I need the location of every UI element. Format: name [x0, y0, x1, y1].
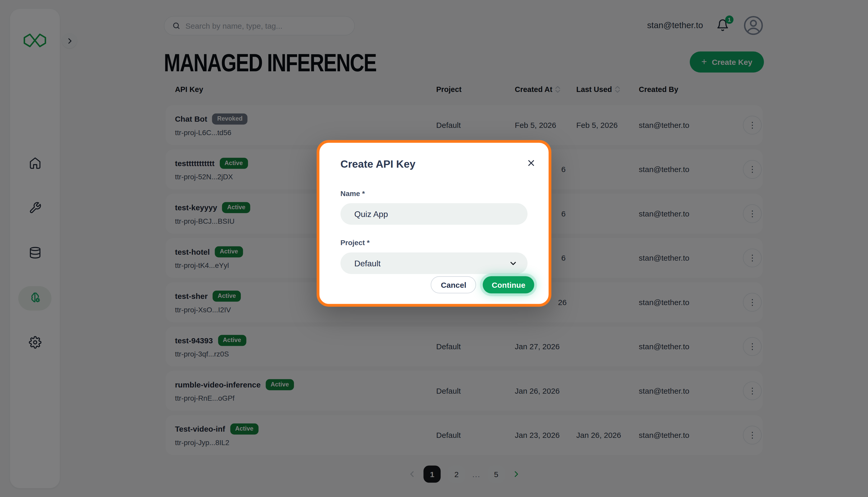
project-select[interactable]: Default [341, 252, 527, 274]
modal-title: Create API Key [341, 158, 527, 170]
cancel-button[interactable]: Cancel [431, 276, 476, 293]
chevron-down-icon [509, 259, 517, 268]
close-button[interactable] [525, 157, 537, 168]
page-background: stan@tether.to 1 MANAGED INFERENCE + Cre… [0, 0, 868, 497]
close-icon [527, 159, 535, 167]
project-field-label: Project * [341, 239, 527, 247]
continue-button[interactable]: Continue [483, 276, 534, 293]
name-input[interactable] [341, 203, 527, 225]
project-select-value: Default [354, 259, 381, 268]
name-field-label: Name * [341, 189, 527, 198]
create-api-key-modal: Create API Key Name * Project * Default … [317, 140, 552, 307]
